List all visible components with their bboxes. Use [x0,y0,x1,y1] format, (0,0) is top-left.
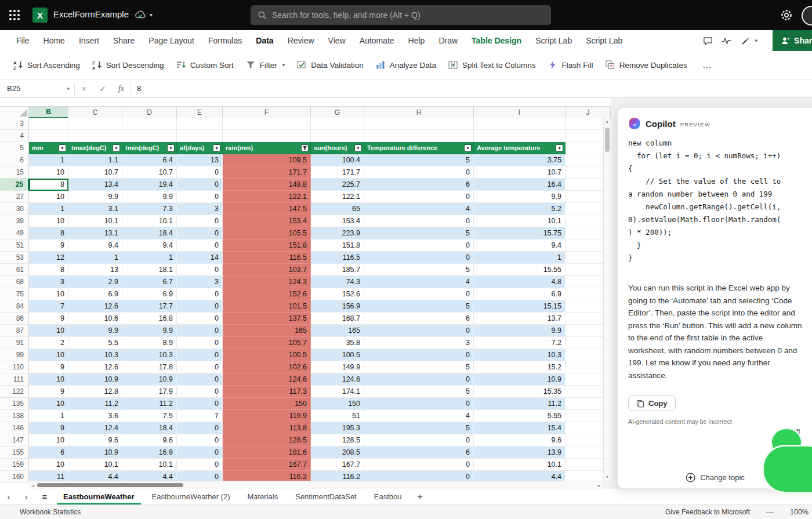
cell-E86[interactable]: 0 [177,313,223,325]
cell-F86[interactable]: 137.5 [223,313,311,325]
row-header-155[interactable]: 155 [0,447,29,459]
cell-B75[interactable]: 10 [29,288,68,300]
cell-F84[interactable]: 101.5 [223,300,311,313]
column-header-B[interactable]: B [29,107,68,118]
ribbon-analyze-data[interactable]: Analyze Data [369,56,442,74]
cell-G138[interactable]: 51 [311,410,364,422]
cell-G6[interactable]: 100.4 [311,154,364,166]
cell-F75[interactable]: 152.6 [223,288,311,300]
cell-E147[interactable]: 0 [177,434,223,447]
cell-G91[interactable]: 35.8 [311,337,364,349]
cell-I155[interactable]: 13.9 [474,447,566,459]
cell-E6[interactable]: 13 [177,154,223,166]
cell-F99[interactable]: 100.5 [223,349,311,361]
formula-input[interactable]: 8 [131,84,141,93]
column-header-G[interactable]: G [311,107,364,118]
row-header-110[interactable]: 110 [0,361,29,373]
cell-G87[interactable]: 165 [311,325,364,337]
cell-E3[interactable] [177,118,223,130]
zoom-level[interactable]: 100% [790,508,809,516]
insert-function-icon[interactable]: fx [112,84,130,93]
cell-I6[interactable]: 3.75 [474,154,566,166]
ribbon-split-text-to-columns[interactable]: Split Text to Columns [442,56,542,74]
cell-C91[interactable]: 5.5 [68,337,122,349]
row-header-53[interactable]: 53 [0,252,29,264]
cell-G25[interactable]: 225.7 [311,179,364,191]
row-header-3[interactable]: 3 [0,118,29,130]
menu-tab-data[interactable]: Data [249,30,280,51]
workbook-statistics-button[interactable]: Workbook Statistics [0,508,81,516]
cell-F61[interactable]: 103.7 [223,264,311,276]
cell-F51[interactable]: 151.8 [223,239,311,252]
cell-D138[interactable]: 7.5 [122,410,177,422]
cell-D27[interactable]: 9.9 [122,191,177,203]
cell-B51[interactable]: 9 [29,239,68,252]
cell-E122[interactable]: 0 [177,386,223,398]
cell-G122[interactable]: 174.1 [311,386,364,398]
filter-applied-icon[interactable] [301,144,309,152]
scroll-up-icon[interactable]: ▴ [604,118,611,125]
cell-C135[interactable]: 11.2 [68,398,122,410]
cell-I86[interactable]: 13.7 [474,313,566,325]
menu-tab-automate[interactable]: Automate [353,30,401,51]
cell-C111[interactable]: 10.9 [68,373,122,386]
cell-B49[interactable]: 8 [29,227,68,239]
cell-F27[interactable]: 122.1 [223,191,311,203]
cell-D122[interactable]: 17.9 [122,386,177,398]
filter-dropdown-icon[interactable]: ▾ [354,144,362,152]
cell-D51[interactable]: 9.4 [122,239,177,252]
cell-C39[interactable]: 10.1 [68,215,122,227]
scroll-right-icon[interactable]: ▸ [595,481,603,489]
cell-E135[interactable]: 0 [177,398,223,410]
cell-D147[interactable]: 9.6 [122,434,177,447]
cell-G27[interactable]: 122.1 [311,191,364,203]
row-header-6[interactable]: 6 [0,154,29,166]
cell-F110[interactable]: 102.6 [223,361,311,373]
vertical-scroll-thumb[interactable] [605,128,610,152]
row-header-122[interactable]: 122 [0,386,29,398]
row-header-159[interactable]: 159 [0,459,29,471]
row-header-75[interactable]: 75 [0,288,29,300]
cell-D87[interactable]: 9.9 [122,325,177,337]
row-header-160[interactable]: 160 [0,471,29,483]
cell-H146[interactable]: 5 [364,422,474,434]
menu-tab-file[interactable]: File [9,30,37,51]
horizontal-scroll-thumb[interactable] [37,483,183,487]
cell-F146[interactable]: 113.8 [223,422,311,434]
cell-F87[interactable]: 165 [223,325,311,337]
name-box[interactable]: B25 ▾ [0,84,74,93]
cell-D84[interactable]: 17.7 [122,300,177,313]
cell-B53[interactable]: 12 [29,252,68,264]
thumbs-up-icon[interactable] [773,428,785,440]
cell-G135[interactable]: 150 [311,398,364,410]
cell-C30[interactable]: 3.1 [68,203,122,215]
cell-H68[interactable]: 4 [364,276,474,288]
cell-I4[interactable] [474,130,566,142]
cell-C53[interactable]: 1 [68,252,122,264]
row-header-86[interactable]: 86 [0,313,29,325]
sheet-tab-materials[interactable]: Materials [238,489,287,505]
table-header-tmin-degc[interactable]: tmin(degC)▾ [122,142,177,154]
activity-icon[interactable] [720,34,733,47]
row-header-4[interactable]: 4 [0,130,29,142]
menu-tab-share[interactable]: Share [106,30,142,51]
cell-F49[interactable]: 105.5 [223,227,311,239]
cell-I3[interactable] [474,118,566,130]
cell-C87[interactable]: 9.9 [68,325,122,337]
cell-B30[interactable]: 1 [29,203,68,215]
ribbon-sort-descending[interactable]: ZASort Descending [86,56,170,74]
cell-F6[interactable]: 109.5 [223,154,311,166]
cell-H138[interactable]: 4 [364,410,474,422]
cell-B68[interactable]: 3 [29,276,68,288]
column-header-E[interactable]: E [177,107,223,118]
filter-dropdown-icon[interactable]: ▾ [213,144,220,152]
settings-gear-icon[interactable] [780,8,793,22]
cell-I135[interactable]: 11.2 [474,398,566,410]
row-header-138[interactable]: 138 [0,410,29,422]
cell-D61[interactable]: 18.1 [122,264,177,276]
row-header-49[interactable]: 49 [0,227,29,239]
cell-D15[interactable]: 10.7 [122,166,177,179]
cell-D111[interactable]: 10.9 [122,373,177,386]
cell-C61[interactable]: 13 [68,264,122,276]
cell-B138[interactable]: 1 [29,410,68,422]
